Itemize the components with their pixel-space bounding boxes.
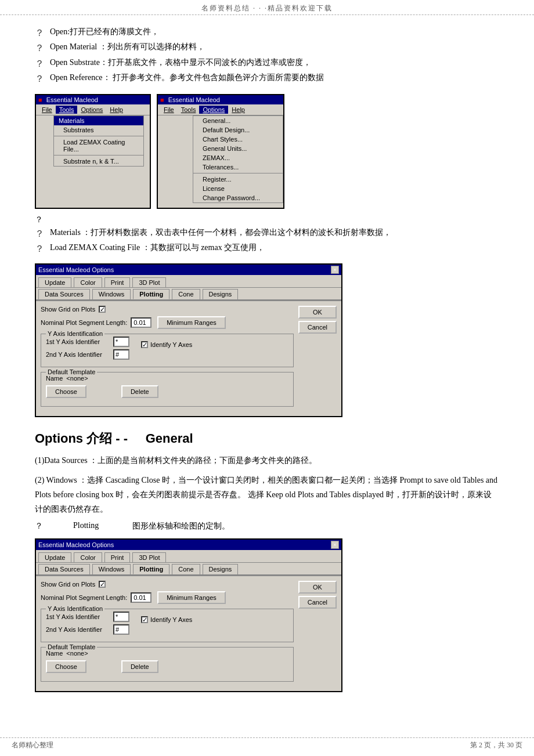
menu-file[interactable]: File: [38, 106, 56, 114]
footer-bar: 名师精心整理 第 2 页，共 30 页: [0, 737, 534, 750]
axis2-input-2[interactable]: [113, 624, 129, 635]
tab-cone[interactable]: Cone: [172, 289, 200, 299]
tab-color-2[interactable]: Color: [74, 552, 102, 562]
show-grid-checkbox-2[interactable]: [99, 581, 106, 588]
ok-button-1[interactable]: OK: [298, 306, 337, 319]
right-titlebar: ■ Essential Macleod: [158, 95, 283, 104]
tab-color[interactable]: Color: [74, 277, 102, 287]
tab-designs-2[interactable]: Designs: [203, 564, 239, 574]
plotting-bullet: ？: [35, 521, 44, 531]
menu-tools-r[interactable]: Tools: [178, 106, 200, 114]
identify-y-row: Identify Y Axes: [141, 341, 192, 348]
opt-zemax[interactable]: ZEMAX...: [193, 153, 283, 162]
choose-button[interactable]: Choose: [46, 385, 86, 398]
opt-change-password[interactable]: Change Password...: [193, 193, 283, 202]
axis1-input-2[interactable]: [113, 612, 129, 622]
show-grid-row-2: Show Grid on Plots: [41, 581, 294, 588]
opt-license[interactable]: License: [193, 184, 283, 193]
min-ranges-button[interactable]: Minimum Ranges: [157, 316, 226, 329]
tab-3dplot[interactable]: 3D Plot: [132, 277, 166, 287]
bullet-q-placeholder: ？: [35, 215, 499, 225]
identify-y-label-2: Identify Y Axes: [150, 616, 192, 623]
opt-general-units[interactable]: General Units...: [193, 144, 283, 153]
options-side-2: OK Cancel: [298, 581, 337, 686]
axis2-input[interactable]: [113, 349, 129, 360]
tab-datasources[interactable]: Data Sources: [38, 289, 90, 299]
tabs-row2-2: Data Sources Windows Plotting Cone Desig…: [36, 563, 341, 576]
menu-options-r[interactable]: Options: [199, 106, 228, 114]
menu-help[interactable]: Help: [106, 106, 127, 114]
tab-update-2[interactable]: Update: [38, 552, 71, 562]
opt-default-design[interactable]: Default Design...: [193, 125, 283, 135]
opt-register[interactable]: Register...: [193, 175, 283, 184]
delete-button[interactable]: Delete: [121, 385, 158, 398]
choose-button-2[interactable]: Choose: [46, 660, 86, 673]
opt-chart-styles[interactable]: Chart Styles...: [193, 135, 283, 144]
footer-left: 名师精心整理: [12, 740, 53, 750]
list-item-text: Open:打开已经有的薄膜文件，: [50, 27, 159, 37]
tab-update[interactable]: Update: [38, 277, 71, 287]
right-menu-bar: File Tools Options Help: [158, 104, 283, 115]
nominal-label: Nominal Plot Segment Length:: [41, 319, 127, 326]
list-item: ？ Open:打开已经有的薄膜文件，: [35, 27, 499, 39]
menu-file-r[interactable]: File: [160, 106, 178, 114]
axis1-input[interactable]: [113, 337, 129, 347]
dropdown-materials[interactable]: Materials: [54, 116, 143, 125]
plotting-label: Plotting: [73, 521, 99, 530]
options-dialog-1: Essential Macleod Options × Update Color…: [35, 263, 342, 417]
y-axis-group: Y Axis Identification 1st Y Axis Identif…: [41, 334, 294, 367]
dropdown-substrates[interactable]: Substrates: [54, 125, 143, 135]
bullet-list-top: ？ Open:打开已经有的薄膜文件， ？ Open Material ：列出所有…: [35, 27, 499, 86]
list-item-text: Materials ：打开材料数据表，双击表中任何一个材料，都会弹出这个材料的波…: [50, 227, 391, 238]
tab-designs[interactable]: Designs: [203, 289, 239, 299]
template-buttons-row: Choose Delete: [46, 385, 288, 398]
close-btn-1[interactable]: ×: [331, 266, 339, 274]
tab-plotting[interactable]: Plotting: [133, 289, 169, 299]
opt-general[interactable]: General...: [193, 116, 283, 125]
menu-options[interactable]: Options: [77, 106, 106, 114]
tab-cone-2[interactable]: Cone: [172, 564, 200, 574]
cancel-button-1[interactable]: Cancel: [298, 321, 337, 334]
delete-button-2[interactable]: Delete: [121, 660, 158, 673]
list-item-text: Open Reference： 打开参考文件。参考文件包含如颜色评介方面所需要的…: [50, 73, 324, 83]
left-menu-bar: File Tools Options Help: [36, 104, 150, 115]
tab-print[interactable]: Print: [104, 277, 131, 287]
nominal-input[interactable]: [131, 317, 151, 328]
tabs-row1-2: Update Color Print 3D Plot: [36, 550, 341, 563]
dropdown-load-zemax[interactable]: Load ZEMAX Coating File...: [54, 138, 143, 154]
y-axis-fields: 1st Y Axis Identifier 2nd Y Axis Identif…: [46, 337, 129, 362]
y-axis-fields-2: 1st Y Axis Identifier 2nd Y Axis Identif…: [46, 612, 129, 637]
show-grid-checkbox[interactable]: [99, 306, 106, 313]
tab-windows-2[interactable]: Windows: [92, 564, 131, 574]
list-item: ？ Materials ：打开材料数据表，双击表中任何一个材料，都会弹出这个材料…: [35, 227, 499, 240]
options-main-1: Show Grid on Plots Nominal Plot Segment …: [41, 306, 294, 411]
template-buttons-row-2: Choose Delete: [46, 660, 288, 673]
left-dialog: ■ Essential Macleod File Tools Options H…: [35, 94, 151, 209]
menu-help-r[interactable]: Help: [228, 106, 248, 114]
list-item: ？ Open Material ：列出所有可以选择的材料，: [35, 42, 499, 55]
min-ranges-button-2[interactable]: Minimum Ranges: [157, 591, 226, 604]
right-dialog: ■ Essential Macleod File Tools Options H…: [157, 94, 284, 209]
tab-plotting-2[interactable]: Plotting: [133, 564, 169, 574]
tab-print-2[interactable]: Print: [104, 552, 131, 562]
nominal-input-2[interactable]: [131, 592, 151, 603]
header-bar: 名师资料总结 · · ·精品资料欢迎下载: [0, 0, 534, 15]
tab-windows[interactable]: Windows: [92, 289, 131, 299]
bullet-icon: ？: [35, 227, 44, 240]
tab-3dplot-2[interactable]: 3D Plot: [132, 552, 166, 562]
opt-tolerances[interactable]: Tolerances...: [193, 162, 283, 172]
menu-tools[interactable]: Tools: [56, 106, 78, 114]
axis1-row-2: 1st Y Axis Identifier: [46, 612, 129, 622]
tab-datasources-2[interactable]: Data Sources: [38, 564, 90, 574]
identify-y-checkbox[interactable]: [141, 341, 148, 348]
close-btn-2[interactable]: ×: [331, 541, 339, 549]
ok-button-2[interactable]: OK: [298, 581, 337, 594]
cancel-button-2[interactable]: Cancel: [298, 596, 337, 609]
header-text: 名师资料总结 · · ·精品资料欢迎下载: [201, 4, 333, 12]
axis2-label: 2nd Y Axis Identifier: [46, 351, 110, 358]
y-axis-inner-2: 1st Y Axis Identifier 2nd Y Axis Identif…: [46, 612, 288, 637]
nominal-row-2: Nominal Plot Segment Length: Minimum Ran…: [41, 591, 294, 604]
dropdown-substrate-nkt[interactable]: Substrate n, k & T...: [54, 157, 143, 166]
axis1-label-2: 1st Y Axis Identifier: [46, 613, 110, 620]
identify-y-checkbox-2[interactable]: [141, 616, 148, 623]
